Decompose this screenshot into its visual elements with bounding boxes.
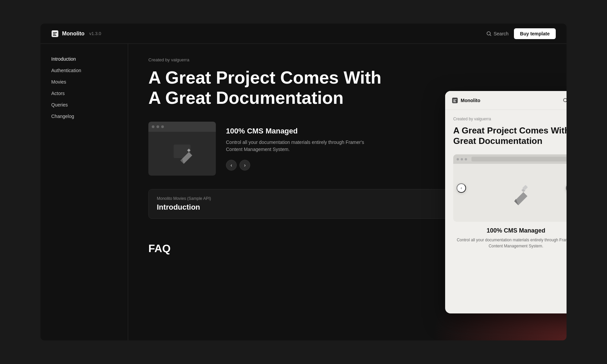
mobile-created-by: Created by valguerra <box>453 117 567 121</box>
browser-mockup <box>148 122 216 176</box>
mobile-carousel-prev[interactable]: ‹ <box>457 183 466 193</box>
top-navigation: Monolito v1.3.0 Search Buy template <box>40 24 567 44</box>
nav-left: Monolito v1.3.0 <box>51 30 101 37</box>
svg-rect-1 <box>53 32 57 33</box>
svg-rect-2 <box>53 34 56 34</box>
mobile-dot-2 <box>461 158 463 160</box>
mobile-dot-3 <box>465 158 467 160</box>
mobile-feature-title: 100% CMS Managed <box>453 227 567 234</box>
browser-dot-2 <box>156 125 159 128</box>
sidebar-item-movies[interactable]: Movies <box>40 76 128 88</box>
mobile-feature-description: Control all your documentation materials… <box>453 237 567 249</box>
sidebar: Introduction Authentication Movies Actor… <box>40 44 128 340</box>
nav-right: Search Buy template <box>486 28 556 39</box>
mobile-nav: Monolito <box>445 91 567 110</box>
search-icon <box>486 31 492 36</box>
buy-template-button[interactable]: Buy template <box>514 28 556 39</box>
mobile-search-icon[interactable] <box>562 97 567 103</box>
svg-marker-19 <box>514 192 527 205</box>
nav-version: v1.3.0 <box>89 31 101 36</box>
mobile-browser-toolbar <box>453 154 567 164</box>
mobile-carousel: ‹ › <box>453 154 567 222</box>
svg-rect-12 <box>453 100 456 101</box>
sidebar-item-authentication[interactable]: Authentication <box>40 65 128 76</box>
svg-rect-3 <box>53 35 56 36</box>
mobile-browser-content <box>453 164 567 222</box>
carousel-prev-button[interactable]: ‹ <box>226 160 237 171</box>
feature-image <box>148 122 216 176</box>
mobile-nav-icons <box>562 97 567 103</box>
mobile-title: A Great Project Comes With A Great Docum… <box>453 125 567 146</box>
search-button[interactable]: Search <box>486 31 509 36</box>
feature-description: Control all your documentation materials… <box>226 139 368 153</box>
svg-point-14 <box>563 98 567 102</box>
browser-dot-3 <box>161 125 164 128</box>
svg-line-5 <box>490 35 491 36</box>
carousel-next-button[interactable]: › <box>239 160 250 171</box>
svg-rect-11 <box>453 99 457 100</box>
mobile-logo: Monolito <box>452 97 480 103</box>
browser-content <box>148 132 216 176</box>
mobile-dot-1 <box>457 158 459 160</box>
sidebar-item-introduction[interactable]: Introduction <box>40 53 128 65</box>
browser-toolbar <box>148 122 216 132</box>
mobile-browser-mock <box>453 154 567 222</box>
svg-rect-13 <box>453 101 456 102</box>
sidebar-item-actors[interactable]: Actors <box>40 88 128 99</box>
created-by-label: Created by valguerra <box>148 57 546 62</box>
mobile-pencil-icon <box>502 179 529 206</box>
browser-dot-1 <box>152 125 154 128</box>
pencil-icon <box>170 142 194 165</box>
mobile-preview-overlay: Monolito Created by valguerra A Great Pr… <box>445 91 567 313</box>
sidebar-item-queries[interactable]: Queries <box>40 99 128 111</box>
mobile-browser-bar <box>471 157 567 161</box>
sidebar-item-changelog[interactable]: Changelog <box>40 111 128 122</box>
mobile-content: Created by valguerra A Great Project Com… <box>445 110 567 256</box>
logo-icon <box>51 30 59 37</box>
mobile-logo-icon <box>452 97 458 103</box>
nav-title: Monolito <box>62 31 85 37</box>
hero-title: A Great Project Comes With A Great Docum… <box>148 68 384 108</box>
